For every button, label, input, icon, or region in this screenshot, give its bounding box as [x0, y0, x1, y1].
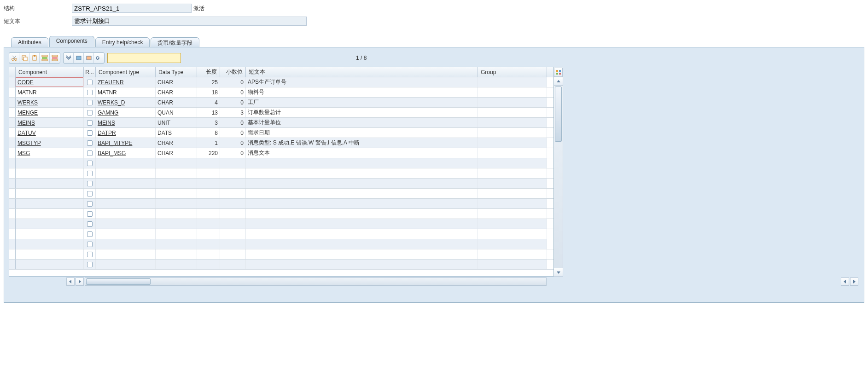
horizontal-scrollbar[interactable]	[9, 277, 859, 287]
grid-header: Component R... Component type Data Type …	[9, 67, 553, 77]
scroll-up-icon[interactable]	[554, 77, 563, 86]
col-ctype[interactable]: Component type	[96, 67, 156, 77]
svg-rect-10	[52, 55, 58, 57]
col-component[interactable]: Component	[16, 67, 84, 77]
vertical-scrollbar[interactable]	[554, 67, 563, 277]
search-help-button[interactable]	[94, 53, 104, 63]
hscroll-left2-icon[interactable]	[841, 277, 849, 286]
table-row[interactable]	[9, 260, 553, 270]
col-dec[interactable]: 小数位	[220, 67, 246, 77]
hscroll-right2-icon[interactable]	[850, 277, 858, 286]
svg-rect-16	[556, 73, 558, 75]
pager: 1 / 8	[356, 55, 367, 61]
svg-rect-6	[42, 57, 47, 59]
table-row[interactable]: MSGBAPI_MSGCHAR2200消息文本	[9, 148, 553, 158]
shorttext-label: 短文本	[4, 17, 72, 25]
hscroll-left-icon[interactable]	[66, 277, 75, 286]
components-grid[interactable]: Component R... Component type Data Type …	[9, 67, 554, 277]
svg-rect-8	[42, 59, 47, 61]
predef-button[interactable]	[74, 53, 84, 63]
svg-rect-11	[52, 59, 58, 61]
svg-rect-5	[34, 55, 35, 57]
svg-rect-3	[23, 57, 27, 61]
col-group[interactable]: Group	[478, 67, 547, 77]
tab-attributes[interactable]: Attributes	[11, 37, 48, 47]
insert-row-button[interactable]	[40, 53, 50, 63]
svg-rect-13	[87, 56, 91, 60]
svg-rect-15	[559, 70, 561, 72]
table-row[interactable]	[9, 199, 553, 209]
paste-button[interactable]	[29, 53, 40, 63]
shorttext-input[interactable]	[72, 17, 307, 26]
table-row[interactable]	[9, 229, 553, 239]
svg-rect-7	[42, 55, 47, 57]
table-settings-button[interactable]	[554, 68, 563, 77]
col-dtype[interactable]: Data Type	[156, 67, 197, 77]
form-header: 结构 激活 短文本	[0, 0, 868, 36]
svg-rect-14	[556, 70, 558, 72]
expand-button[interactable]	[64, 53, 74, 63]
table-row[interactable]: MATNRMATNRCHAR180物料号	[9, 87, 553, 98]
col-desc[interactable]: 短文本	[246, 67, 478, 77]
status-label: 激活	[193, 5, 204, 12]
svg-rect-12	[76, 56, 81, 60]
tab-components[interactable]: Components	[49, 36, 94, 47]
table-row[interactable]	[9, 209, 553, 219]
hscroll-thumb[interactable]	[86, 278, 151, 285]
table-row[interactable]	[9, 219, 553, 229]
scroll-down-icon[interactable]	[554, 268, 563, 276]
table-toolbar: 1 / 8	[9, 52, 859, 64]
copy-button[interactable]	[19, 53, 29, 63]
svg-rect-17	[559, 73, 561, 75]
structure-label: 结构	[4, 5, 72, 12]
hscroll-right-icon[interactable]	[76, 277, 84, 286]
delete-row-button[interactable]	[50, 53, 60, 63]
col-r[interactable]: R...	[84, 67, 96, 77]
table-row[interactable]	[9, 158, 553, 168]
tabstrip: Attributes Components Entry help/check 货…	[0, 36, 868, 47]
tab-entryhelp[interactable]: Entry help/check	[95, 37, 150, 47]
col-len[interactable]: 长度	[197, 67, 220, 77]
table-row[interactable]	[9, 189, 553, 199]
table-row[interactable]	[9, 179, 553, 189]
components-panel: 1 / 8 Component R... Component type Data…	[4, 47, 864, 303]
table-row[interactable]	[9, 239, 553, 249]
table-row[interactable]: MEINSMEINSUNIT30基本计量单位	[9, 118, 553, 128]
table-row[interactable]	[9, 168, 553, 179]
row-selector-header[interactable]	[9, 67, 16, 77]
builtin-button[interactable]	[84, 53, 94, 63]
tab-currency[interactable]: 货币/数量字段	[151, 37, 199, 47]
table-row[interactable]: WERKSWERKS_DCHAR40工厂	[9, 98, 553, 108]
cut-button[interactable]	[9, 53, 19, 63]
table-row[interactable]: DATUVDATPRDATS80需求日期	[9, 128, 553, 138]
table-row[interactable]	[9, 249, 553, 260]
filter-input[interactable]	[107, 53, 181, 63]
table-row[interactable]: CODEZEAUFNRCHAR250APS生产订单号	[9, 77, 553, 87]
scroll-thumb[interactable]	[555, 87, 562, 142]
table-row[interactable]: MSGTYPBAPI_MTYPECHAR10消息类型: S 成功,E 错误,W …	[9, 138, 553, 148]
table-row[interactable]: MENGEGAMNGQUAN133订单数量总计	[9, 108, 553, 118]
svg-rect-9	[52, 57, 58, 59]
structure-input[interactable]	[72, 4, 192, 13]
